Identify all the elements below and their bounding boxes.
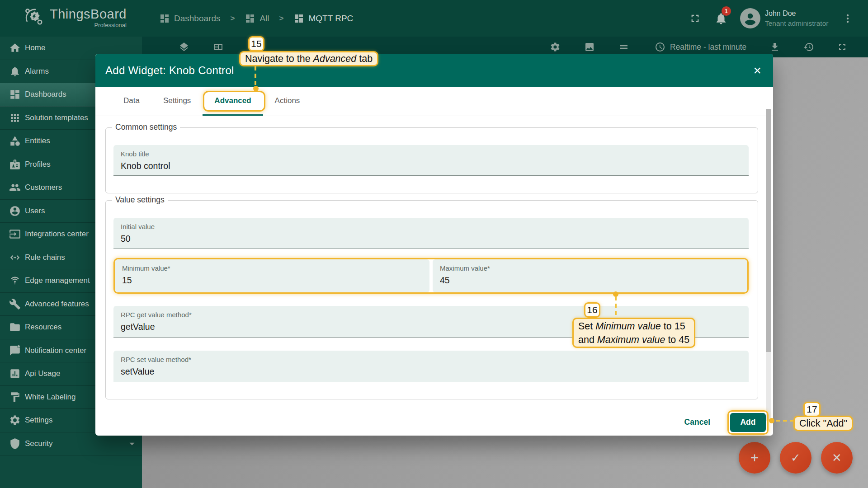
sidebar-item-security[interactable]: Security (0, 432, 142, 456)
rpc-set-method-field[interactable]: RPC set value method* setValue (113, 351, 749, 382)
tab-settings[interactable]: Settings (151, 87, 203, 116)
apply-changes-fab[interactable]: ✓ (780, 442, 811, 474)
step-16-callout: Set Minimum value to 15 and Maximum valu… (572, 318, 695, 348)
filters-button[interactable] (618, 42, 629, 52)
edge-antenna-icon (9, 275, 21, 286)
topbar: ThingsBoard Professional Dashboards > Al… (0, 0, 868, 37)
timewindow-label: Realtime - last minute (670, 42, 746, 52)
field-value: 15 (122, 275, 422, 286)
discard-changes-fab[interactable]: ✕ (821, 442, 853, 474)
message-flag-icon (9, 345, 21, 357)
paint-roller-icon (9, 391, 21, 403)
tab-actions[interactable]: Actions (263, 87, 312, 116)
shield-icon (9, 438, 21, 450)
account-circle-icon (9, 205, 21, 217)
step-15-badge: 15 (248, 36, 264, 52)
field-label: Minimum value* (122, 264, 422, 272)
knob-title-field[interactable]: Knob title Knob control (113, 145, 749, 176)
tab-data[interactable]: Data (112, 87, 151, 116)
breadcrumb-mqtt-rpc[interactable]: MQTT RPC (293, 13, 353, 24)
entity-aliases-button[interactable] (584, 42, 595, 52)
folder-icon (9, 321, 21, 333)
close-icon: ✕ (832, 450, 842, 465)
thingsboard-logo-icon (24, 6, 45, 28)
fullscreen-icon (689, 12, 701, 24)
layers-button[interactable] (179, 42, 189, 52)
field-value: Knob control (121, 161, 741, 171)
breadcrumb-all[interactable]: All (245, 13, 269, 24)
notifications-button[interactable]: 1 (714, 0, 728, 37)
version-control-button[interactable] (803, 42, 814, 52)
notification-count-badge: 1 (722, 6, 731, 16)
step-15-callout: Navigate to the Advanced tab (239, 51, 378, 66)
history-icon (803, 42, 814, 52)
breadcrumb-dashboards[interactable]: Dashboards (159, 13, 220, 24)
dialog-close-button[interactable]: × (753, 64, 761, 77)
field-label: Initial value (121, 223, 741, 230)
gear-icon (550, 42, 561, 52)
step-16-connector-line (615, 296, 617, 318)
integration-icon (9, 228, 21, 240)
field-value: 45 (440, 275, 740, 286)
check-icon: ✓ (791, 450, 801, 465)
dashboard-icon (293, 13, 304, 24)
home-icon (9, 42, 21, 54)
toolbar-fullscreen-button[interactable] (837, 42, 848, 52)
plus-icon: + (750, 450, 759, 465)
bar-chart-icon (9, 368, 21, 380)
field-label: Maximum value* (440, 264, 740, 272)
maximum-value-field[interactable]: Maximum value* 45 (433, 259, 747, 292)
rule-chain-icon (9, 252, 21, 263)
user-menu-button[interactable] (740, 0, 760, 37)
app-root: ThingsBoard Professional Dashboards > Al… (0, 0, 868, 488)
field-value: setValue (121, 366, 741, 377)
alarm-bell-icon (9, 66, 21, 77)
person-icon (740, 8, 760, 28)
logo-subtitle: Professional (50, 22, 127, 28)
fullscreen-icon (837, 42, 848, 52)
add-widget-dialog: Add Widget: Knob Control × Data Settings… (95, 54, 773, 436)
advanced-tab-highlight-ring (203, 91, 265, 112)
step-15-connector-line (255, 66, 256, 86)
more-vert-icon (842, 13, 854, 24)
topbar-more-menu[interactable] (842, 0, 854, 37)
scrollbar-thumb[interactable] (766, 109, 771, 352)
dialog-title: Add Widget: Knob Control (105, 64, 234, 77)
user-info: John Doe Tenant administrator (765, 0, 828, 37)
breadcrumb-separator: > (230, 14, 235, 23)
step-16-badge: 16 (584, 302, 600, 318)
initial-value-field[interactable]: Initial value 50 (113, 218, 749, 249)
add-button-highlight-ring: Add (727, 410, 769, 435)
dialog-header: Add Widget: Knob Control × (95, 54, 773, 87)
download-icon (769, 42, 780, 52)
dialog-footer: Cancel Add (95, 409, 773, 436)
section-legend: Common settings (112, 122, 180, 132)
breadcrumb: Dashboards > All > MQTT RPC (159, 0, 353, 37)
dialog-tabs: Data Settings Advanced Actions (95, 87, 773, 116)
settings-gear-icon (9, 414, 21, 426)
dashboard-settings-button[interactable] (550, 42, 561, 52)
field-label: RPC set value method* (121, 356, 741, 363)
tools-icon (9, 298, 21, 310)
people-icon (9, 182, 21, 193)
minmax-highlight-ring: Minimum value* 15 Maximum value* 45 (113, 258, 749, 294)
layout-quilt-icon (213, 42, 224, 52)
value-settings-section: Value settings Initial value 50 Minimum … (105, 200, 758, 399)
step-17-connector-line (776, 420, 793, 422)
topbar-fullscreen-button[interactable] (689, 0, 701, 37)
add-button[interactable]: Add (730, 413, 766, 432)
chevron-down-icon (126, 438, 138, 450)
thingsboard-logo[interactable]: ThingsBoard Professional (24, 6, 127, 28)
dialog-scrollbar[interactable] (766, 109, 771, 421)
layouts-button[interactable] (213, 42, 224, 52)
export-button[interactable] (769, 42, 780, 52)
add-widget-fab[interactable]: + (739, 442, 770, 474)
user-name: John Doe (765, 9, 828, 18)
logo-title: ThingsBoard (50, 6, 127, 22)
clock-icon (655, 42, 665, 52)
cancel-button[interactable]: Cancel (679, 414, 716, 431)
minimum-value-field[interactable]: Minimum value* 15 (115, 259, 429, 292)
entities-shapes-icon (9, 135, 21, 147)
avatar (740, 8, 760, 28)
step-17-badge: 17 (803, 402, 821, 417)
